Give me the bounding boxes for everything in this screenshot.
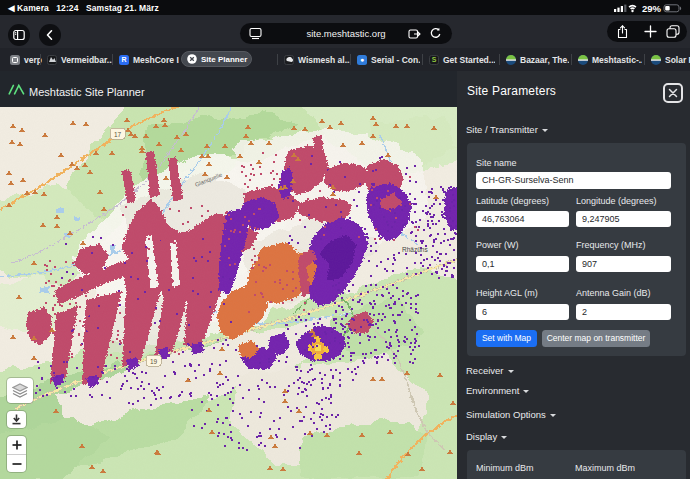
svg-text:17: 17 <box>114 131 122 138</box>
svg-text:19: 19 <box>150 358 158 365</box>
svg-text:29%: 29% <box>642 3 662 13</box>
svg-text:Rhäzüns: Rhäzüns <box>402 246 428 253</box>
